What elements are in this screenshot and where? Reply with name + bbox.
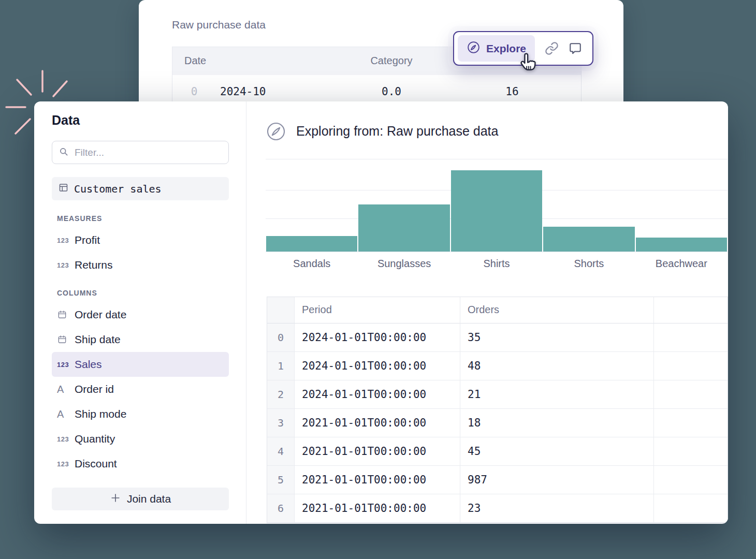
calendar-icon <box>57 334 75 345</box>
measures-list: 123Profit123Returns <box>34 228 246 277</box>
bar-rect <box>451 170 542 252</box>
sidebar-item-label: Ship date <box>75 333 121 346</box>
row-empty <box>654 352 728 380</box>
chart-bars <box>266 159 728 252</box>
comment-icon[interactable] <box>569 42 582 55</box>
sidebar-item-label: Ship mode <box>75 408 126 420</box>
sidebar-item-quantity[interactable]: 123Quantity <box>52 426 229 451</box>
filter-input[interactable] <box>74 146 222 159</box>
sidebar-item-label: Quantity <box>75 433 115 445</box>
explorer-title: Exploring from: Raw purchase data <box>296 124 498 139</box>
bar-sandals[interactable] <box>266 159 358 252</box>
sidebar-item-ship-date[interactable]: Ship date <box>52 327 229 352</box>
row-index: 1 <box>267 352 295 380</box>
table-header-empty <box>654 297 728 323</box>
row-period: 2021-01-01T00:00:00 <box>295 437 460 466</box>
row-period: 2024-01-01T00:00:00 <box>295 352 460 380</box>
raw-row-value: 16 <box>505 85 518 98</box>
bar-rect <box>358 204 449 252</box>
row-index: 6 <box>267 494 295 523</box>
bar-sunglasses[interactable] <box>358 159 450 252</box>
measures-section-label: MEASURES <box>57 214 102 223</box>
row-empty <box>654 323 728 352</box>
sidebar-item-label: Order id <box>75 383 114 395</box>
explorer-table: Period Orders 02024-01-01T00:00:00351202… <box>267 297 728 523</box>
dataset-item-customer-sales[interactable]: Customer sales <box>52 177 229 200</box>
chart-category-labels: SandalsSunglassesShirtsShortsBeachwear <box>266 258 728 270</box>
row-empty <box>654 494 728 523</box>
sidebar-item-profit[interactable]: 123Profit <box>52 228 229 253</box>
row-period: 2021-01-01T00:00:00 <box>295 409 460 437</box>
raw-data-card-title: Raw purchase data <box>172 19 266 31</box>
category-label-sandals: Sandals <box>266 258 358 270</box>
bar-rect <box>636 238 727 252</box>
sidebar-item-ship-mode[interactable]: AShip mode <box>52 402 229 426</box>
number-type-icon: 123 <box>57 460 75 468</box>
app-canvas: Raw purchase data Date Category 02024-10… <box>0 0 756 559</box>
sidebar-item-label: Discount <box>75 458 117 470</box>
row-period: 2024-01-01T00:00:00 <box>295 323 460 352</box>
sidebar-item-sales[interactable]: 123Sales <box>52 352 229 377</box>
join-data-button[interactable]: Join data <box>52 488 229 510</box>
row-index: 4 <box>267 437 295 466</box>
table-icon <box>58 182 69 195</box>
data-sidebar: Data Customer sales MEASURE <box>34 101 246 524</box>
sidebar-item-label: Returns <box>75 259 113 271</box>
row-empty <box>654 437 728 466</box>
sidebar-item-label: Sales <box>75 358 102 371</box>
search-icon <box>59 146 69 159</box>
bar-beachwear[interactable] <box>635 159 728 252</box>
number-type-icon: 123 <box>57 361 75 369</box>
bar-shirts[interactable] <box>450 159 543 252</box>
row-index: 0 <box>267 323 295 352</box>
sidebar-item-order-date[interactable]: Order date <box>52 302 229 327</box>
plus-icon <box>110 492 121 506</box>
sidebar-item-returns[interactable]: 123Returns <box>52 253 229 277</box>
sidebar-item-label: Profit <box>75 234 100 246</box>
row-index: 2 <box>267 380 295 409</box>
category-label-beachwear: Beachwear <box>635 258 728 270</box>
bar-shorts[interactable] <box>543 159 635 252</box>
hand-cursor <box>516 51 539 74</box>
compass-icon <box>266 121 286 144</box>
raw-row-date: 2024-10 <box>220 85 266 98</box>
number-type-icon: 123 <box>57 261 75 269</box>
raw-col-category: Category <box>370 55 412 67</box>
explorer-modal: Data Customer sales MEASURE <box>34 101 728 524</box>
row-period: 2024-01-01T00:00:00 <box>295 380 460 409</box>
sidebar-item-label: Order date <box>75 308 126 321</box>
row-orders: 35 <box>460 323 654 352</box>
row-orders: 987 <box>460 466 654 494</box>
raw-row-index: 0 <box>191 85 198 98</box>
sparkle-decoration <box>4 67 69 137</box>
row-empty <box>654 466 728 494</box>
filter-field <box>52 141 229 164</box>
row-index: 3 <box>267 409 295 437</box>
row-orders: 21 <box>460 380 654 409</box>
row-empty <box>654 409 728 437</box>
table-header-period: Period <box>295 297 460 323</box>
explorer-panel: Exploring from: Raw purchase data Sandal… <box>246 101 728 524</box>
dataset-label: Customer sales <box>74 183 162 195</box>
number-type-icon: 123 <box>57 237 75 244</box>
sidebar-item-discount[interactable]: 123Discount <box>52 451 229 476</box>
compass-icon <box>467 40 481 57</box>
row-period: 2021-01-01T00:00:00 <box>295 494 460 523</box>
category-label-shorts: Shorts <box>543 258 635 270</box>
text-type-icon: A <box>57 384 75 395</box>
row-period: 2021-01-01T00:00:00 <box>295 466 460 494</box>
row-index: 5 <box>267 466 295 494</box>
number-type-icon: 123 <box>57 435 75 443</box>
bar-rect <box>543 227 634 252</box>
calendar-icon <box>57 310 75 320</box>
table-header-index <box>267 297 295 323</box>
sidebar-item-order-id[interactable]: AOrder id <box>52 377 229 402</box>
orders-bar-chart <box>266 159 728 252</box>
link-icon[interactable] <box>545 41 559 55</box>
join-data-label: Join data <box>127 493 171 505</box>
row-orders: 23 <box>460 494 654 523</box>
raw-col-date: Date <box>184 55 206 67</box>
bar-rect <box>266 236 357 252</box>
row-orders: 18 <box>460 409 654 437</box>
row-orders: 45 <box>460 437 654 466</box>
